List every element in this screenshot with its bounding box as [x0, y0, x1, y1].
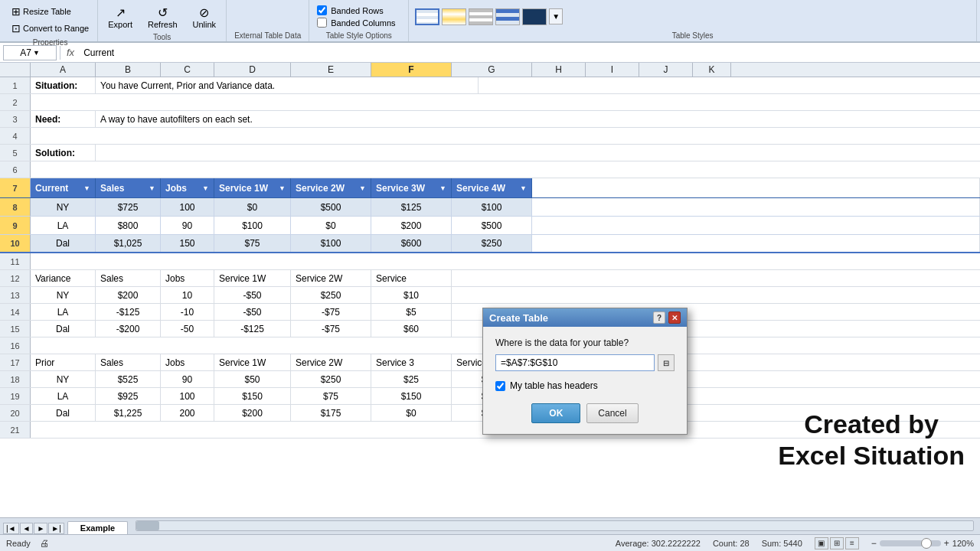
cell-D9[interactable]: $100 — [214, 217, 291, 234]
refresh-button[interactable]: ↺ Refresh — [142, 3, 183, 31]
cell-A8[interactable]: NY — [31, 198, 96, 216]
sheet-nav-prev[interactable]: ◄ — [20, 523, 34, 534]
zoom-out-button[interactable]: − — [871, 538, 877, 549]
col-header-C[interactable]: C — [161, 63, 214, 77]
cell-A19[interactable]: LA — [31, 388, 96, 404]
cell-D7[interactable]: Service 1W▼ — [214, 178, 291, 197]
row-num[interactable]: 4 — [0, 128, 31, 144]
col-header-B[interactable]: B — [96, 63, 161, 77]
resize-table-button[interactable]: ⊞ Resize Table — [8, 3, 75, 20]
cell-E13[interactable]: $250 — [291, 287, 371, 303]
col-header-G[interactable]: G — [452, 63, 532, 77]
sheet-nav-first[interactable]: |◄ — [3, 523, 19, 534]
cell-reference-box[interactable]: A7 ▼ — [3, 45, 57, 60]
cell-A13[interactable]: NY — [31, 287, 96, 303]
cell-A17[interactable]: Prior — [31, 354, 96, 370]
row-num[interactable]: 19 — [0, 388, 31, 404]
cell-C7[interactable]: Jobs▼ — [161, 178, 214, 197]
cell-C20[interactable]: 200 — [161, 405, 214, 421]
cell-A5[interactable]: Solution: — [31, 145, 96, 161]
banded-columns-checkbox[interactable] — [317, 18, 327, 28]
cell-E18[interactable]: $250 — [291, 371, 371, 387]
cell-D10[interactable]: $75 — [214, 235, 291, 252]
sheet-nav-next[interactable]: ► — [34, 523, 47, 534]
row-num[interactable]: 16 — [0, 337, 31, 354]
row-num[interactable]: 20 — [0, 405, 31, 421]
cell-B1[interactable]: You have Current, Prior and Variance dat… — [96, 77, 479, 93]
col-header-J[interactable]: J — [639, 63, 693, 77]
col-header-A[interactable]: A — [31, 63, 96, 77]
row-num[interactable]: 13 — [0, 287, 31, 303]
row-num[interactable]: 1 — [0, 77, 31, 93]
cell-C9[interactable]: 90 — [161, 217, 214, 234]
table-styles-dropdown-arrow[interactable]: ▼ — [549, 8, 563, 24]
col-header-H[interactable]: H — [532, 63, 586, 77]
cell-E10[interactable]: $100 — [291, 235, 371, 252]
cell-B7[interactable]: Sales▼ — [96, 178, 161, 197]
cell-F13[interactable]: $10 — [371, 287, 452, 303]
table-style-swatch-5[interactable] — [522, 8, 547, 25]
cell-F19[interactable]: $150 — [371, 388, 452, 404]
cell-E12[interactable]: Service 2W — [291, 270, 371, 286]
dialog-collapse-button[interactable]: ⊟ — [658, 354, 675, 371]
cell-A12[interactable]: Variance — [31, 270, 96, 286]
dialog-help-button[interactable]: ? — [653, 311, 665, 324]
cell-G7[interactable]: Service 4W▼ — [452, 178, 532, 197]
banded-rows-checkbox-label[interactable]: Banded Rows — [317, 5, 400, 15]
row-num[interactable]: 15 — [0, 321, 31, 337]
cell-C12[interactable]: Jobs — [161, 270, 214, 286]
horizontal-scrollbar[interactable] — [136, 520, 974, 531]
zoom-in-button[interactable]: + — [944, 538, 949, 549]
cell-B9[interactable]: $800 — [96, 217, 161, 234]
cell-A14[interactable]: LA — [31, 304, 96, 320]
cell-E19[interactable]: $75 — [291, 388, 371, 404]
dialog-headers-checkbox[interactable] — [495, 381, 505, 391]
unlink-button[interactable]: ⊘ Unlink — [188, 3, 222, 31]
cell-E20[interactable]: $175 — [291, 405, 371, 421]
sheet-nav-last[interactable]: ►| — [48, 523, 64, 534]
row-num[interactable]: 21 — [0, 422, 31, 438]
row-num[interactable]: 7 — [0, 178, 31, 197]
col-header-K[interactable]: K — [693, 63, 731, 77]
cell-D17[interactable]: Service 1W — [214, 354, 291, 370]
row-num[interactable]: 6 — [0, 161, 31, 178]
table-style-swatch-1[interactable] — [415, 8, 439, 25]
cell-G9[interactable]: $500 — [452, 217, 532, 234]
row-num[interactable]: 3 — [0, 111, 31, 127]
cell-B3[interactable]: A way to have autofilters on each set. — [96, 111, 402, 127]
cell-A3[interactable]: Need: — [31, 111, 96, 127]
create-table-dialog[interactable]: Create Table ? ✕ Where is the data for y… — [482, 308, 688, 435]
cell-F15[interactable]: $60 — [371, 321, 452, 337]
cell-B15[interactable]: -$200 — [96, 321, 161, 337]
table-style-swatch-4[interactable] — [495, 8, 520, 25]
row-num[interactable]: 9 — [0, 217, 31, 234]
cell-F8[interactable]: $125 — [371, 198, 452, 216]
cell-F17[interactable]: Service 3 — [371, 354, 452, 370]
cell-F14[interactable]: $5 — [371, 304, 452, 320]
cell-C15[interactable]: -50 — [161, 321, 214, 337]
row-num[interactable]: 8 — [0, 198, 31, 216]
cell-F9[interactable]: $200 — [371, 217, 452, 234]
cell-C14[interactable]: -10 — [161, 304, 214, 320]
cell-B10[interactable]: $1,025 — [96, 235, 161, 252]
dialog-ok-button[interactable]: OK — [531, 403, 580, 423]
cell-A18[interactable]: NY — [31, 371, 96, 387]
convert-to-range-button[interactable]: ⊡ Convert to Range — [8, 20, 93, 37]
sheet-tab-example[interactable]: Example — [67, 521, 128, 534]
col-header-I[interactable]: I — [586, 63, 639, 77]
cell-C13[interactable]: 10 — [161, 287, 214, 303]
export-button[interactable]: ↗ Export — [103, 3, 138, 31]
col-header-F[interactable]: F — [371, 63, 452, 77]
normal-view-button[interactable]: ▣ — [815, 537, 828, 549]
cell-G8[interactable]: $100 — [452, 198, 532, 216]
scrollbar-thumb[interactable] — [136, 521, 159, 530]
row-num[interactable]: 10 — [0, 235, 31, 252]
cell-A1[interactable]: Situation: — [31, 77, 96, 93]
cell-ref-dropdown-icon[interactable]: ▼ — [33, 49, 40, 57]
cell-C10[interactable]: 150 — [161, 235, 214, 252]
cell-C8[interactable]: 100 — [161, 198, 214, 216]
zoom-slider-thumb[interactable] — [921, 538, 932, 549]
cell-A15[interactable]: Dal — [31, 321, 96, 337]
cell-B13[interactable]: $200 — [96, 287, 161, 303]
dialog-close-button[interactable]: ✕ — [668, 311, 681, 324]
